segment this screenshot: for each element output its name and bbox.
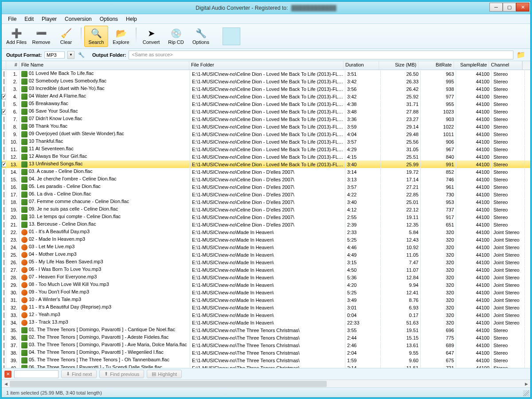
row-checkbox[interactable] [4,335,4,340]
row-checkbox[interactable] [4,230,4,235]
table-row[interactable]: 40.06. The Three Tenors [ Pavarotti ] - … [2,364,530,368]
search-button[interactable]: 🔍Search [84,26,108,47]
close-button[interactable]: ✕ [516,3,529,12]
highlight-button[interactable]: ▤Highlight [147,370,182,378]
menu-conversion[interactable]: Conversion [61,15,95,23]
table-row[interactable]: 15.04. Je cherche l'ombre - Celine Dion.… [2,176,530,183]
table-row[interactable]: 21.13. Berceuse - Celine Dion.flacE:\1-M… [2,221,530,228]
col-size[interactable]: Size (MB) [379,61,419,70]
output-folder-input[interactable]: <Same as source> [129,51,513,59]
menu-edit[interactable]: Edit [21,15,37,23]
scroll-left-icon[interactable]: ◀ [2,380,10,388]
horizontal-scrollbar[interactable]: ◀ ▶ [2,379,530,387]
table-row[interactable]: 11.11 At Seventeen.flacE:\1-MUSIC\new-no… [2,145,530,153]
table-row[interactable]: 13.13 Unfinished Songs.flacE:\1-MUSIC\ne… [2,160,530,168]
grid-body[interactable]: 1.01 Loved Me Back To Life.flacE:\1-MUSI… [2,70,530,368]
table-row[interactable]: 14.03. A cause - Celine Dion.flacE:\1-MU… [2,168,530,176]
table-row[interactable]: 33.12 - Yeah.mp3E:\1-MUSIC\new-no\Made I… [2,311,530,319]
col-duration[interactable]: Duration [344,61,379,70]
row-checkbox[interactable] [4,275,4,280]
row-checkbox[interactable] [4,169,4,175]
table-row[interactable]: 32.11 - It's A Beautiful Day (Reprise).m… [2,304,530,311]
row-checkbox[interactable] [4,343,4,348]
col-channel[interactable]: Channel [489,61,522,70]
table-row[interactable]: 10.10 Thankful.flacE:\1-MUSIC\new-no\Cel… [2,138,530,145]
row-checkbox[interactable] [4,252,4,258]
table-row[interactable]: 12.12 Always Be Your Girl.flacE:\1-MUSIC… [2,153,530,160]
table-row[interactable]: 25.04 - Mother Love.mp3E:\1-MUSIC\new-no… [2,251,530,258]
table-row[interactable]: 29.08 - Too Much Love Will Kill You.mp3E… [2,281,530,289]
find-prev-button[interactable]: ⬆Find previous [99,370,144,378]
row-checkbox[interactable] [4,290,4,295]
row-checkbox[interactable] [4,79,4,84]
row-checkbox[interactable] [4,207,4,212]
row-checkbox[interactable] [4,71,4,77]
table-row[interactable]: 6.06 Save Your Soul.flacE:\1-MUSIC\new-n… [2,108,530,115]
scroll-right-icon[interactable]: ▶ [522,380,530,388]
table-row[interactable]: 17.06. La diva - Celine Dion.flacE:\1-MU… [2,191,530,198]
row-checkbox[interactable] [4,245,4,250]
row-checkbox[interactable] [4,86,4,92]
table-row[interactable]: 28.07 - Heaven For Everyone.mp3E:\1-MUSI… [2,274,530,281]
row-checkbox[interactable] [4,147,4,152]
col-number[interactable]: # [6,61,20,70]
table-row[interactable]: 9.09 Overjoyed (duet with Stevie Wonder)… [2,130,530,138]
menu-player[interactable]: Player [38,15,60,23]
minimize-button[interactable]: ─ [489,3,503,12]
row-checkbox[interactable] [4,358,4,363]
row-checkbox[interactable] [4,177,4,182]
row-checkbox[interactable] [4,102,4,107]
convert-button[interactable]: ➤Convert [139,26,163,47]
table-row[interactable]: 26.05 - My Life Has Been Saved.mp3E:\1-M… [2,258,530,266]
find-input[interactable] [14,370,59,378]
row-checkbox[interactable] [4,139,4,145]
menu-file[interactable]: File [4,15,20,23]
row-checkbox[interactable] [4,237,4,243]
explore-button[interactable]: 📂Explore [109,26,133,47]
table-row[interactable]: 3.03 Incredible (duet with Ne-Yo).flacE:… [2,85,530,93]
col-folder[interactable]: File Folder [189,61,344,70]
row-checkbox[interactable] [2,94,6,99]
table-row[interactable]: 23.02 - Made In Heaven.mp3E:\1-MUSIC\new… [2,236,530,243]
row-checkbox[interactable] [4,305,4,310]
rip-cd-button[interactable]: 💿Rip CD [164,26,188,47]
row-checkbox[interactable] [4,260,4,265]
options-button[interactable]: 🔧Options [189,26,213,47]
table-row[interactable]: 38.04. The Three Tenors [ Domingo, Pavar… [2,349,530,356]
output-format-dropdown[interactable]: ▼ [67,51,74,59]
col-filename[interactable]: File Name [20,61,189,70]
row-checkbox[interactable] [4,313,4,318]
col-bitrate[interactable]: BitRate [419,61,454,70]
table-row[interactable]: 31.10 - A Winter's Tale.mp3E:\1-MUSIC\ne… [2,296,530,304]
table-row[interactable]: 39.05. The Three Tenors [ The Three Teno… [2,356,530,364]
table-row[interactable]: 4.04 Water And A Flame.flacE:\1-MUSIC\ne… [2,93,530,100]
find-close-icon[interactable]: ✕ [4,371,12,378]
row-checkbox[interactable] [2,162,6,167]
remove-button[interactable]: ➖Remove [29,26,53,47]
table-row[interactable]: 5.05 Breakaway.flacE:\1-MUSIC\new-no\Cel… [2,100,530,108]
row-checkbox[interactable] [4,297,4,303]
table-row[interactable]: 27.06 - I Was Born To Love You.mp3E:\1-M… [2,266,530,274]
menu-options[interactable]: Options [96,15,121,23]
table-row[interactable]: 30.09 - You Don't Fool Me.mp3E:\1-MUSIC\… [2,289,530,296]
row-checkbox[interactable] [4,184,4,190]
row-checkbox[interactable] [4,222,4,227]
table-row[interactable]: 2.02 Somebody Loves Somebody.flacE:\1-MU… [2,78,530,85]
table-row[interactable]: 37.03. The Three Tenors [ Domingo, Pavar… [2,341,530,349]
row-checkbox[interactable] [4,350,4,356]
clear-button[interactable]: 🧹Clear [54,26,78,47]
table-row[interactable]: 36.02. The Three Tenors [ Domingo, Pavar… [2,334,530,341]
table-row[interactable]: 35.01. The Three Tenors [ Domingo, Pavar… [2,326,530,334]
table-row[interactable]: 24.03 - Let Me Live.mp3E:\1-MUSIC\new-no… [2,243,530,251]
row-checkbox[interactable] [2,109,6,114]
col-check[interactable] [2,61,6,70]
table-row[interactable]: 8.08 Thank You.flacE:\1-MUSIC\new-no\Cel… [2,123,530,130]
row-checkbox[interactable] [4,215,4,220]
format-settings-icon[interactable]: 🔧 [77,51,85,59]
row-checkbox[interactable] [4,200,4,205]
table-row[interactable]: 19.09. Je ne suis pas celle - Celine Dio… [2,206,530,213]
col-samplerate[interactable]: SampleRate [454,61,489,70]
table-row[interactable]: 20.10. Le temps qui compte - Celine Dion… [2,213,530,221]
row-checkbox[interactable] [4,192,4,197]
scroll-thumb[interactable] [10,381,327,387]
